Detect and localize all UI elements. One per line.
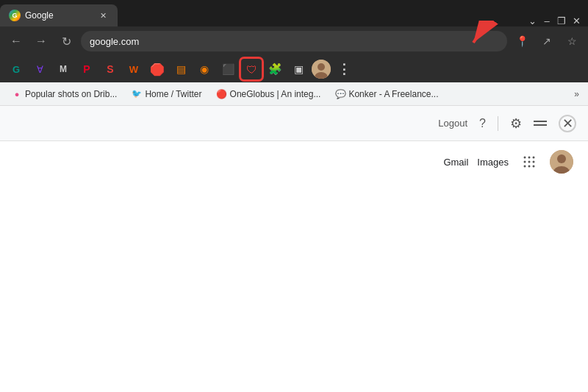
location-ext-icon[interactable]: 📍	[512, 31, 532, 51]
popup-close-button[interactable]: ✕	[559, 115, 576, 132]
bookmark-dribbble-label: Popular shots on Drib...	[25, 89, 117, 99]
twitter-favicon: 🐦	[132, 89, 142, 99]
sidebar-toggle-icon[interactable]: ▣	[288, 59, 309, 79]
reload-button[interactable]: ↻	[56, 31, 76, 51]
logout-link[interactable]: Logout	[438, 118, 467, 129]
minimize-button[interactable]: –	[541, 15, 553, 26]
bookmark-konker-label: Konker - A Freelance...	[348, 89, 438, 99]
mercury-icon[interactable]: ∀	[29, 59, 50, 79]
gmail-link[interactable]: Gmail	[443, 157, 468, 168]
close-button[interactable]: ✕	[570, 15, 582, 26]
extension-popup-bar: Logout ? ⚙ ✕	[0, 106, 588, 141]
svg-point-3	[524, 157, 526, 159]
svg-point-4	[528, 157, 531, 159]
shiftax-icon[interactable]: S	[100, 59, 121, 79]
chrome-menu-button[interactable]: ⋮	[334, 59, 354, 79]
extensions-puzzle-icon[interactable]: 🧩	[265, 59, 285, 79]
oneglobus-favicon: 🔴	[217, 89, 227, 99]
svg-point-6	[524, 161, 526, 163]
avatar-svg	[312, 60, 331, 79]
avatar-image	[550, 150, 573, 174]
google-account-avatar[interactable]	[550, 150, 573, 174]
settings-gear-icon[interactable]: ⚙	[510, 115, 522, 132]
bookmarks-bar: ● Popular shots on Drib... 🐦 Home / Twit…	[0, 82, 588, 106]
monitor-ext-icon[interactable]: ⬛	[218, 59, 238, 79]
grammarly-icon[interactable]: G	[6, 59, 26, 79]
bookmark-twitter[interactable]: 🐦 Home / Twitter	[126, 88, 207, 101]
extension-popup-controls: Logout ? ⚙ ✕	[438, 115, 576, 132]
hamburger-menu-icon[interactable]	[534, 121, 547, 126]
tab-search-button[interactable]: ⌄	[526, 15, 538, 26]
adblock-icon[interactable]: 🛑	[147, 59, 168, 79]
konker-favicon: 💬	[335, 89, 345, 99]
pinterest-icon[interactable]: P	[76, 59, 97, 79]
circle-ext-icon[interactable]: ◉	[194, 59, 215, 79]
tab-title: Google	[25, 10, 93, 21]
apps-grid-icon	[523, 155, 536, 168]
svg-point-9	[524, 165, 526, 168]
svg-point-10	[528, 165, 531, 168]
bookmark-oneglobus[interactable]: 🔴 OneGlobus | An integ...	[211, 88, 327, 101]
active-tab[interactable]: G Google ✕	[0, 4, 118, 26]
tab-bar-controls: ⌄ – ❐ ✕	[526, 15, 588, 26]
extensions-toolbar: G ∀ M P S W 🛑 ▤ ◉ ⬛ 🛡 🧩 ▣	[0, 56, 588, 82]
svg-point-13	[557, 154, 566, 163]
address-input[interactable]	[81, 31, 507, 51]
profile-avatar-icon[interactable]	[312, 60, 331, 79]
forward-button[interactable]: →	[31, 31, 51, 51]
page-content: Gmail Images	[0, 141, 588, 392]
svg-point-7	[528, 161, 531, 163]
browser-window: G Google ✕ ⌄ – ❐ ✕ ← → ↻ 📍 ↗ ☆ G ∀ M P	[0, 0, 588, 392]
svg-point-5	[533, 157, 535, 159]
share-ext-icon[interactable]: ↗	[537, 31, 557, 51]
bookmark-twitter-label: Home / Twitter	[145, 89, 201, 99]
bookmarks-more-button[interactable]: »	[571, 88, 582, 101]
google-apps-button[interactable]	[517, 150, 541, 174]
tab-bar: G Google ✕ ⌄ – ❐ ✕	[0, 0, 588, 26]
bookmark-konker[interactable]: 💬 Konker - A Freelance...	[329, 88, 444, 101]
images-link[interactable]: Images	[477, 157, 509, 168]
help-link[interactable]: ?	[479, 117, 486, 130]
webtime-icon[interactable]: W	[123, 59, 144, 79]
svg-point-8	[533, 161, 535, 163]
tab-favicon: G	[9, 10, 21, 21]
tab-ext1-icon[interactable]: ▤	[171, 59, 191, 79]
svg-point-1	[318, 63, 325, 71]
monkeytype-icon[interactable]: M	[53, 59, 74, 79]
bookmark-oneglobus-label: OneGlobus | An integ...	[230, 89, 321, 99]
shield-ext-icon[interactable]: 🛡	[241, 59, 262, 79]
bookmark-ext-icon[interactable]: ☆	[562, 31, 582, 51]
svg-point-11	[533, 165, 535, 168]
dribbble-favicon: ●	[12, 89, 22, 99]
google-top-right: Gmail Images	[443, 150, 573, 174]
restore-button[interactable]: ❐	[556, 15, 567, 26]
bookmark-dribbble[interactable]: ● Popular shots on Drib...	[6, 88, 123, 101]
back-button[interactable]: ←	[6, 31, 26, 51]
address-bar-row: ← → ↻ 📍 ↗ ☆	[0, 26, 588, 56]
tab-close-button[interactable]: ✕	[97, 10, 109, 21]
popup-separator	[498, 116, 498, 131]
google-favicon: G	[9, 10, 21, 21]
